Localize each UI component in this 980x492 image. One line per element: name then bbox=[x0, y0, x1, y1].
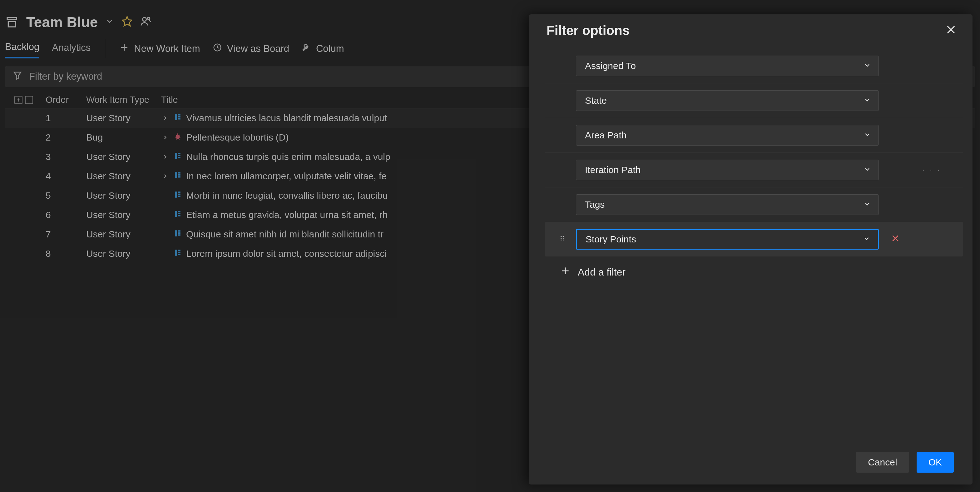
column-options-button[interactable]: Colum bbox=[302, 43, 344, 55]
filter-row: Tags bbox=[545, 188, 963, 222]
user-story-icon bbox=[173, 171, 182, 182]
row-order: 5 bbox=[46, 190, 86, 201]
team-name[interactable]: Team Blue bbox=[26, 14, 98, 30]
collapse-all-button[interactable]: − bbox=[25, 96, 33, 104]
row-order: 3 bbox=[46, 151, 86, 162]
new-work-item-button[interactable]: New Work Item bbox=[119, 43, 200, 55]
col-head-type[interactable]: Work Item Type bbox=[86, 95, 161, 105]
row-order: 4 bbox=[46, 171, 86, 182]
expand-caret-icon[interactable] bbox=[161, 173, 169, 179]
svg-point-4 bbox=[147, 17, 150, 20]
view-as-board-button[interactable]: View as Board bbox=[213, 43, 289, 55]
filter-field-label: Area Path bbox=[585, 130, 627, 140]
panel-header: Filter options bbox=[529, 14, 972, 49]
remove-filter-icon[interactable] bbox=[891, 234, 900, 245]
board-icon bbox=[213, 43, 222, 55]
row-title: Lorem ipsum dolor sit amet, consectetur … bbox=[186, 248, 387, 259]
drag-handle-icon[interactable] bbox=[559, 234, 565, 245]
row-order: 8 bbox=[46, 248, 86, 259]
svg-marker-2 bbox=[123, 17, 132, 26]
expand-all-button[interactable]: + bbox=[14, 96, 22, 104]
filter-field-select[interactable]: Assigned To bbox=[576, 56, 879, 76]
column-options-label: Colum bbox=[316, 43, 344, 54]
keyword-filter-input[interactable]: Filter by keyword bbox=[13, 71, 207, 83]
filter-field-select[interactable]: Story Points bbox=[576, 229, 879, 250]
row-title: Etiam a metus gravida, volutpat urna sit… bbox=[186, 210, 388, 220]
filter-field-label: Iteration Path bbox=[585, 165, 641, 175]
svg-point-17 bbox=[563, 240, 564, 240]
filter-field-label: Story Points bbox=[585, 234, 636, 245]
expand-caret-icon[interactable] bbox=[161, 154, 169, 160]
favorite-star-icon[interactable] bbox=[121, 16, 133, 29]
backlog-icon bbox=[5, 16, 19, 29]
svg-point-14 bbox=[561, 238, 562, 239]
svg-point-13 bbox=[563, 236, 564, 237]
filter-field-select[interactable]: State bbox=[576, 90, 879, 111]
expand-caret-icon[interactable] bbox=[161, 134, 169, 140]
svg-marker-8 bbox=[14, 72, 21, 80]
filter-field-select[interactable]: Tags bbox=[576, 194, 879, 215]
tab-analytics[interactable]: Analytics bbox=[52, 40, 91, 58]
chevron-down-icon bbox=[864, 130, 871, 140]
row-title: Pellentesque lobortis (D) bbox=[186, 132, 289, 143]
user-story-icon bbox=[173, 151, 182, 162]
row-type: User Story bbox=[86, 151, 161, 162]
close-icon[interactable] bbox=[945, 24, 957, 38]
user-story-icon bbox=[173, 210, 182, 220]
filter-field-select[interactable]: Area Path bbox=[576, 125, 879, 146]
row-title: Nulla rhoncus turpis quis enim malesuada… bbox=[186, 151, 390, 162]
add-filter-button[interactable]: Add a filter bbox=[545, 256, 963, 285]
chevron-down-icon bbox=[864, 61, 871, 71]
view-as-board-label: View as Board bbox=[227, 43, 289, 54]
ok-button[interactable]: OK bbox=[916, 452, 954, 473]
row-title: Morbi in nunc feugiat, convallis libero … bbox=[186, 190, 388, 201]
svg-point-16 bbox=[561, 240, 562, 240]
wrench-icon bbox=[302, 43, 311, 55]
row-type: User Story bbox=[86, 190, 161, 201]
filter-row: Story Points bbox=[545, 222, 963, 256]
tab-backlog[interactable]: Backlog bbox=[5, 39, 39, 59]
row-order: 6 bbox=[46, 210, 86, 220]
row-order: 7 bbox=[46, 229, 86, 240]
svg-rect-0 bbox=[7, 18, 17, 20]
row-type: User Story bbox=[86, 113, 161, 123]
plus-icon bbox=[560, 266, 570, 278]
team-chevron-down-icon[interactable] bbox=[105, 17, 114, 28]
panel-body[interactable]: Assigned ToStateArea PathIteration Path·… bbox=[529, 49, 972, 445]
svg-point-3 bbox=[143, 18, 146, 21]
row-type: User Story bbox=[86, 229, 161, 240]
row-order: 2 bbox=[46, 132, 86, 143]
row-type: User Story bbox=[86, 171, 161, 182]
col-head-order[interactable]: Order bbox=[46, 95, 86, 105]
new-work-item-label: New Work Item bbox=[134, 43, 200, 54]
svg-point-15 bbox=[563, 238, 564, 239]
more-icon[interactable]: · · · bbox=[922, 166, 941, 174]
keyword-filter-placeholder: Filter by keyword bbox=[29, 71, 102, 82]
filter-row: State bbox=[545, 83, 963, 118]
row-title: In nec lorem ullamcorper, vulputate veli… bbox=[186, 171, 387, 182]
row-title: Quisque sit amet nibh id mi blandit soll… bbox=[186, 229, 383, 240]
add-filter-label: Add a filter bbox=[578, 266, 625, 278]
row-title: Vivamus ultricies lacus blandit malesuad… bbox=[186, 113, 387, 123]
funnel-icon bbox=[13, 71, 22, 83]
filter-field-select[interactable]: Iteration Path bbox=[576, 160, 879, 180]
filter-field-label: Assigned To bbox=[585, 61, 636, 71]
user-story-icon bbox=[173, 229, 182, 240]
expand-caret-icon[interactable] bbox=[161, 115, 169, 121]
filter-field-label: Tags bbox=[585, 199, 605, 210]
filter-row: Assigned To bbox=[545, 49, 963, 83]
team-members-icon[interactable] bbox=[140, 16, 151, 29]
chevron-down-icon bbox=[864, 165, 871, 175]
svg-point-12 bbox=[561, 236, 562, 237]
svg-rect-1 bbox=[8, 22, 15, 27]
row-type: Bug bbox=[86, 132, 161, 143]
panel-title: Filter options bbox=[547, 23, 630, 38]
row-order: 1 bbox=[46, 113, 86, 123]
plus-icon bbox=[119, 43, 129, 55]
user-story-icon bbox=[173, 248, 182, 259]
cancel-button[interactable]: Cancel bbox=[856, 452, 909, 473]
filter-field-label: State bbox=[585, 95, 607, 106]
filter-row: Area Path bbox=[545, 118, 963, 153]
row-type: User Story bbox=[86, 248, 161, 259]
bug-icon bbox=[173, 132, 182, 143]
